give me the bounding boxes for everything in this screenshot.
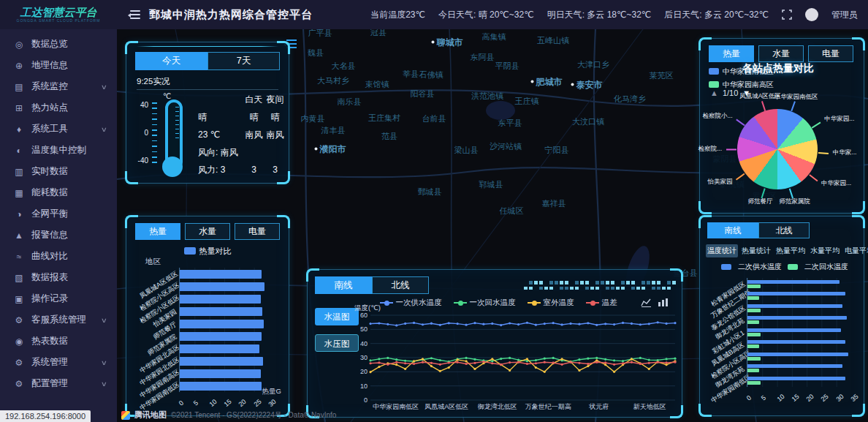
map-place-label: 五峰山镇 xyxy=(537,35,569,46)
bar xyxy=(747,328,841,332)
map-area[interactable]: 广平县冠县聊城市高集镇五峰山镇魏县大名县东阿县平阴县大津口乡莱芜区莘县石佛镇肥城… xyxy=(117,29,868,422)
legend-label: 室外温度 xyxy=(544,298,574,306)
map-place-label: 平阴县 xyxy=(495,61,519,72)
sidebar-item-12[interactable]: ▣操作记录 xyxy=(0,288,117,309)
weather-grid-cell: 夜间 xyxy=(264,91,286,108)
chevron-down-icon: ∨ xyxy=(101,380,107,388)
weather-grid: 白天夜间晴晴晴23 ℃南风南风风向: 南风风力: 333 xyxy=(197,91,286,178)
logo: 工达智慧云平台 GONGDA SMART CLOUD PLATFORM xyxy=(0,7,117,23)
page-title: 鄄城中润热力热网综合管控平台 xyxy=(149,8,313,22)
sidebar-item-13[interactable]: ⚙客服系统管理∨ xyxy=(0,309,117,331)
x-axis-tick: 5 xyxy=(760,393,767,402)
sidebar-item-label: 热力站点 xyxy=(31,102,68,114)
legend-marker xyxy=(380,302,393,304)
line-legend-item[interactable]: 室外温度 xyxy=(528,298,574,308)
fullscreen-icon[interactable] xyxy=(782,10,792,20)
weather-grid-cell: 南风 xyxy=(264,126,286,143)
sidebar-item-10[interactable]: ≈曲线对比 xyxy=(0,246,117,267)
bar xyxy=(180,344,259,353)
line-type-icon[interactable] xyxy=(641,298,652,307)
sidebar-item-11[interactable]: ▧数据报表 xyxy=(0,267,117,288)
page-up-icon[interactable]: ▲ xyxy=(710,88,718,97)
sidebar-item-1[interactable]: ⊕地理信息 xyxy=(0,55,117,76)
sidebar-item-label: 能耗数据 xyxy=(31,186,68,199)
tab-heat[interactable]: 热量 xyxy=(135,223,180,240)
line-statistics-panel: 南线 北线 温度统计热量统计热量平均水量平均电量平均 二次供水温度二次回水温度 … xyxy=(699,216,864,416)
chart-type-switcher xyxy=(641,298,669,307)
sidebar-item-label: 数据总览 xyxy=(31,38,68,50)
svg-text:0: 0 xyxy=(364,396,368,404)
bar xyxy=(747,280,840,284)
pie-slice-label: 中华家园... xyxy=(821,179,851,188)
line-legend-item[interactable]: 一次回水温度 xyxy=(454,298,516,308)
sidebar: ◎数据总览⊕地理信息▤系统监控∨⊞热力站点♦系统工具∨◐温度集中控制▥实时数据▦… xyxy=(0,29,117,422)
tab-heat[interactable]: 热量 xyxy=(709,45,754,62)
pie-label-line xyxy=(726,149,736,151)
log-icon: ▣ xyxy=(13,294,25,304)
legend-label: 二次回水温度 xyxy=(804,263,848,271)
sidebar-item-8[interactable]: ◑全网平衡 xyxy=(0,203,117,225)
sidebar-item-0[interactable]: ◎数据总览 xyxy=(0,34,117,55)
pie-slice-label: 中华家园南低区 xyxy=(774,93,818,102)
sidebar-item-label: 曲线对比 xyxy=(31,250,68,263)
line-legend-item[interactable]: 温差 xyxy=(586,298,617,308)
bar xyxy=(180,307,262,316)
weather-grid-cell xyxy=(197,91,243,108)
bar-type-icon[interactable] xyxy=(658,298,669,307)
svg-text:新天地低区: 新天地低区 xyxy=(633,403,666,410)
x-axis-tick: 30 xyxy=(834,392,845,402)
thermometer-unit: ℃ xyxy=(163,92,171,100)
bar xyxy=(180,357,263,366)
subtab-1[interactable]: 热量统计 xyxy=(740,244,772,257)
sidebar-item-9[interactable]: ▲报警信息 xyxy=(0,225,117,246)
weather-tab-today[interactable]: 今天 xyxy=(135,52,208,70)
avatar[interactable] xyxy=(805,8,818,21)
tab-water[interactable]: 水量 xyxy=(185,223,230,240)
sidebar-item-16[interactable]: ⚙配置管理∨ xyxy=(0,373,117,394)
sidebar-item-6[interactable]: ▥实时数据 xyxy=(0,161,117,182)
tab-power[interactable]: 电量 xyxy=(808,45,853,62)
map-place-label: 广平县 xyxy=(308,29,332,39)
weather-tab-week[interactable]: 7天 xyxy=(208,52,280,70)
map-place-label: 宁阳县 xyxy=(545,145,569,156)
sidebar-item-14[interactable]: ◉热表数据 xyxy=(0,331,117,352)
legend-label: 二次供水温度 xyxy=(738,263,782,271)
pie-disc[interactable] xyxy=(737,109,818,189)
chevron-down-icon: ∨ xyxy=(101,317,107,324)
tab-north-line[interactable]: 北线 xyxy=(758,222,810,238)
sidebar-item-7[interactable]: ▦能耗数据 xyxy=(0,182,117,203)
sidebar-item-5[interactable]: ◐温度集中控制 xyxy=(0,140,117,161)
bar xyxy=(180,320,264,328)
header-right: 当前温度23℃ 今日天气: 晴 20℃~32℃ 明日天气: 多云 18℃~32℃… xyxy=(370,8,868,21)
subtab-3[interactable]: 水量平均 xyxy=(809,244,841,257)
legend-label: 温差 xyxy=(602,298,617,306)
map-place-label: 大津口乡 xyxy=(577,59,609,70)
day-after-weather: 后日天气: 多云 20℃~32℃ xyxy=(664,9,769,21)
subtab-4[interactable]: 电量平均 xyxy=(843,244,868,257)
tab-south-line[interactable]: 南线 xyxy=(707,222,758,238)
tab-water[interactable]: 水量 xyxy=(758,45,804,62)
tab-power[interactable]: 电量 xyxy=(235,223,280,240)
line-legend-item[interactable]: 一次供水温度 xyxy=(380,298,442,308)
tab-south-line[interactable]: 南线 xyxy=(315,276,372,294)
subtab-2[interactable]: 热量平均 xyxy=(774,244,807,257)
header: 工达智慧云平台 GONGDA SMART CLOUD PLATFORM 鄄城中润… xyxy=(0,0,868,29)
menu-collapse-icon[interactable] xyxy=(127,10,140,19)
sidebar-item-label: 系统工具 xyxy=(31,123,68,135)
sidebar-item-4[interactable]: ♦系统工具∨ xyxy=(0,118,117,140)
data-zoom-dots[interactable] xyxy=(524,281,663,292)
subtab-0[interactable]: 温度统计 xyxy=(706,244,738,257)
app-root: 工达智慧云平台 GONGDA SMART CLOUD PLATFORM 鄄城中润… xyxy=(0,0,868,422)
line-chart-legend: 一次供水温度一次回水温度室外温度温差 xyxy=(359,298,638,308)
tab-north-line[interactable]: 北线 xyxy=(372,276,429,294)
map-place-label: 大马村乡 xyxy=(317,75,349,86)
south-north-tabs: 南线 北线 xyxy=(707,222,810,238)
map-place-label: 范县 xyxy=(381,131,397,142)
sidebar-item-15[interactable]: ⚙系统管理∨ xyxy=(0,352,117,373)
thermometer-scale-neg40: -40 xyxy=(132,157,148,165)
sidebar-item-2[interactable]: ▤系统监控∨ xyxy=(0,76,117,97)
sidebar-item-3[interactable]: ⊞热力站点 xyxy=(0,97,117,118)
weather-grid-cell xyxy=(243,143,264,161)
bar xyxy=(747,316,847,320)
x-axis-unit: 热量G xyxy=(262,387,281,396)
